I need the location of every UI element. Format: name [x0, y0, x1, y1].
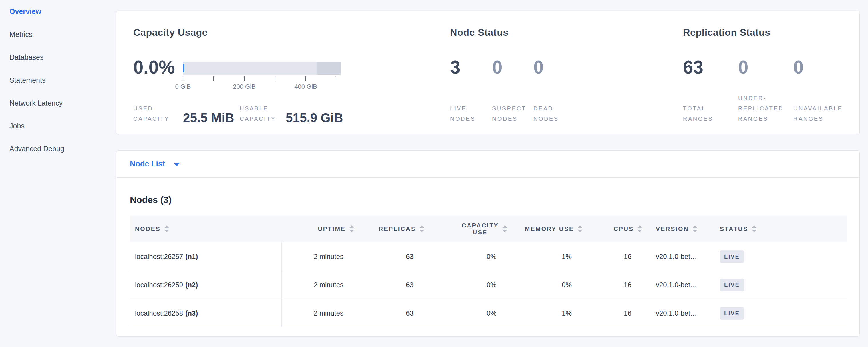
capacity-reserved-segment [317, 62, 341, 75]
chevron-down-icon [174, 163, 180, 166]
capacity-percent-used: 0.0% [133, 58, 175, 76]
capacity-usage-bar [183, 62, 341, 75]
nodes-count-title: Nodes (3) [130, 194, 172, 205]
memory-use-cell: 1% [562, 253, 572, 261]
uptime-cell: 2 minutes [314, 309, 343, 317]
version-cell: v20.1.0-bet… [656, 281, 697, 289]
label-line: NODES [492, 114, 526, 124]
usable-capacity-stat: USABLE CAPACITY 515.9 GiB [240, 103, 343, 124]
axis-label-400: 400 GiB [288, 83, 323, 90]
column-header-capacity-use[interactable]: CAPACITY USE [425, 216, 508, 242]
under-replicated-ranges-label: UNDER- REPLICATED RANGES [738, 93, 784, 124]
node-id: (n3) [185, 309, 198, 317]
unavailable-ranges-label: UNAVAILABLE RANGES [793, 103, 842, 124]
column-label: CPUS [614, 225, 634, 232]
memory-use-cell: 1% [562, 309, 572, 317]
label-line: LIVE [450, 103, 475, 114]
sort-icon[interactable] [578, 225, 582, 232]
live-nodes-label: LIVE NODES [450, 103, 475, 124]
view-mode-dropdown[interactable]: Node List [130, 160, 180, 168]
axis-tick [213, 76, 214, 81]
sort-icon[interactable] [164, 225, 169, 232]
sort-icon[interactable] [349, 225, 354, 232]
column-header-nodes[interactable]: NODES [130, 216, 282, 242]
column-label: NODES [135, 225, 161, 232]
version-cell: v20.1.0-bet… [656, 253, 697, 261]
column-header-uptime[interactable]: UPTIME [282, 216, 355, 242]
replicas-cell: 63 [406, 309, 413, 317]
label-line: DEAD [533, 103, 559, 114]
node-id: (n1) [185, 253, 198, 261]
sidebar-item-jobs[interactable]: Jobs [0, 115, 116, 137]
view-switcher-row: Node List [116, 151, 860, 177]
sort-icon[interactable] [420, 225, 424, 232]
used-capacity-label-line2: CAPACITY [133, 114, 183, 124]
sidebar-item-statements[interactable]: Statements [0, 69, 116, 92]
live-nodes-count: 3 [450, 58, 461, 76]
status-badge: LIVE [720, 307, 744, 319]
cpus-cell: 16 [624, 253, 631, 261]
sidebar-item-overview[interactable]: Overview [0, 0, 116, 23]
axis-label-200: 200 GiB [227, 83, 261, 90]
column-header-status[interactable]: STATUS [707, 216, 846, 242]
total-ranges-count: 63 [683, 58, 703, 76]
column-label: REPLICAS [379, 225, 416, 232]
sidebar-item-databases[interactable]: Databases [0, 46, 116, 69]
sidebar-item-network-latency[interactable]: Network Latency [0, 92, 116, 115]
suspect-nodes-count: 0 [492, 58, 502, 76]
label-line: RANGES [683, 114, 713, 124]
label-line: UNAVAILABLE [793, 103, 842, 114]
usable-capacity-label-line1: USABLE [240, 103, 280, 114]
node-address: localhost:26259 [135, 281, 183, 289]
usable-capacity-value: 515.9 GiB [286, 112, 343, 124]
capacity-use-cell: 0% [487, 309, 496, 317]
suspect-nodes-label: SUSPECT NODES [492, 103, 526, 124]
status-badge: LIVE [720, 279, 744, 291]
column-label: CAPACITY [462, 222, 499, 229]
column-header-version[interactable]: VERSION [643, 216, 707, 242]
axis-tick [336, 76, 336, 81]
column-header-cpus[interactable]: CPUS [583, 216, 643, 242]
memory-use-cell: 0% [562, 281, 572, 289]
uptime-cell: 2 minutes [314, 281, 343, 289]
node-status-title: Node Status [450, 27, 508, 38]
used-capacity-value: 25.5 MiB [183, 112, 234, 124]
column-label: STATUS [720, 225, 748, 232]
cpus-cell: 16 [624, 309, 631, 317]
table-row[interactable]: localhost:26257(n1) 2 minutes 63 0% 1% 1… [130, 242, 846, 271]
sidebar-item-advanced-debug[interactable]: Advanced Debug [0, 137, 116, 160]
label-line: SUSPECT [492, 103, 526, 114]
table-row[interactable]: localhost:26259(n2) 2 minutes 63 0% 0% 1… [130, 271, 846, 299]
used-capacity-label-line1: USED [133, 103, 183, 114]
page: { "sidebar": { "items": [ { "label": "Ov… [0, 0, 868, 347]
table-row[interactable]: localhost:26258(n3) 2 minutes 63 0% 1% 1… [130, 299, 846, 327]
usable-capacity-label-line2: CAPACITY [240, 114, 280, 124]
replicas-cell: 63 [406, 281, 413, 289]
unavailable-ranges-count: 0 [793, 58, 804, 76]
column-header-memory-use[interactable]: MEMORY USE [508, 216, 583, 242]
capacity-usage-title: Capacity Usage [133, 27, 208, 38]
sort-icon[interactable] [752, 225, 756, 232]
column-header-replicas[interactable]: REPLICAS [355, 216, 425, 242]
cpus-cell: 16 [624, 281, 631, 289]
sort-icon[interactable] [638, 225, 642, 232]
label-line: RANGES [793, 114, 842, 124]
sidebar-item-metrics[interactable]: Metrics [0, 23, 116, 46]
sort-icon[interactable] [693, 225, 697, 232]
sidebar: Overview Metrics Databases Statements Ne… [0, 0, 116, 347]
label-line: UNDER- [738, 93, 784, 103]
label-line: NODES [533, 114, 559, 124]
under-replicated-ranges-count: 0 [738, 58, 748, 76]
column-label: USE [462, 229, 499, 236]
label-line: RANGES [738, 114, 784, 124]
node-address: localhost:26257 [135, 253, 183, 261]
card-divider [116, 177, 860, 178]
dead-nodes-count: 0 [533, 58, 544, 76]
used-capacity-stat: USED CAPACITY 25.5 MiB [133, 103, 234, 124]
status-badge: LIVE [720, 250, 744, 263]
dead-nodes-label: DEAD NODES [533, 103, 559, 124]
axis-tick [305, 76, 306, 81]
capacity-used-indicator [183, 64, 184, 72]
version-cell: v20.1.0-bet… [656, 309, 697, 317]
sort-icon[interactable] [502, 225, 507, 232]
